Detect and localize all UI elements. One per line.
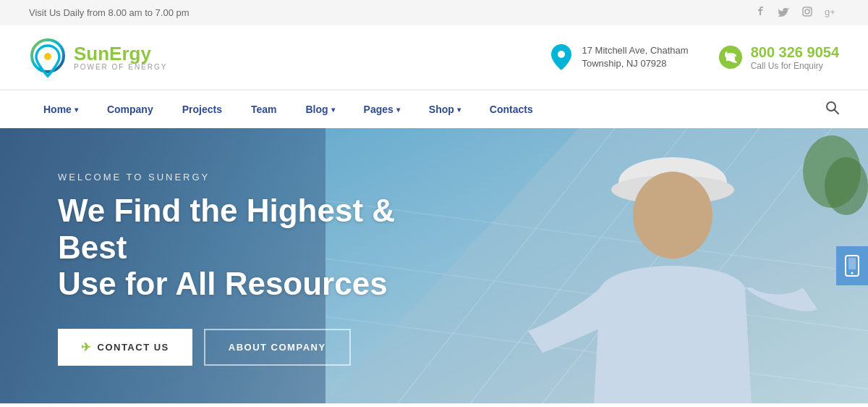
mobile-widget-icon: [843, 255, 861, 277]
location-icon: [551, 44, 571, 70]
nav-contacts-label: Contacts: [490, 104, 533, 115]
instagram-icon: [801, 6, 813, 17]
header-phone[interactable]: ☎ 800 326 9054 Call Us for Enquiry: [718, 43, 839, 71]
phone-number: 800 326 9054: [751, 43, 839, 61]
svg-point-22: [825, 157, 868, 215]
hero-section: WELCOME TO SUNERGY We Find the Highest &…: [0, 128, 868, 403]
nav-contacts[interactable]: Contacts: [475, 91, 548, 128]
nav-items: Home ▾ Company Projects Team Blog ▾ Page…: [29, 91, 548, 128]
svg-text:g+: g+: [825, 7, 835, 17]
nav-blog[interactable]: Blog ▾: [292, 91, 349, 128]
address-line2: Township, NJ 07928: [582, 57, 688, 70]
svg-text:☎: ☎: [724, 51, 737, 63]
nav-team-label: Team: [251, 104, 277, 115]
phone-icon-wrap: ☎: [718, 44, 744, 70]
svg-point-25: [633, 172, 712, 259]
address-icon-wrap: [548, 44, 574, 70]
nav-shop-arrow: ▾: [457, 106, 461, 114]
twitter-icon: [778, 6, 790, 17]
googleplus-link[interactable]: g+: [825, 6, 839, 20]
nav-shop[interactable]: Shop ▾: [414, 91, 475, 128]
logo-ergy: Ergy: [109, 43, 151, 64]
svg-rect-0: [803, 7, 812, 16]
logo-name: SunErgy: [74, 44, 167, 63]
top-bar: Visit Us Daily from 8.00 am to 7.00 pm g…: [0, 0, 868, 25]
nav-projects[interactable]: Projects: [168, 91, 237, 128]
contact-us-label: CONTACT US: [98, 342, 169, 353]
facebook-icon: [755, 6, 767, 17]
address-info: 17 Mitchell Ave, Chatham Township, NJ 07…: [582, 44, 688, 70]
logo-sun: Sun: [74, 43, 109, 64]
twitter-link[interactable]: [778, 6, 790, 20]
svg-point-28: [851, 272, 854, 274]
nav-pages-label: Pages: [364, 104, 393, 115]
hero-subtitle: WELCOME TO SUNERGY: [58, 172, 456, 182]
social-links: g+: [755, 6, 839, 20]
hero-title: We Find the Highest & BestUse for All Re…: [58, 193, 456, 303]
logo-icon: [29, 38, 67, 76]
nav-shop-label: Shop: [429, 104, 454, 115]
nav-team[interactable]: Team: [237, 91, 292, 128]
header: SunErgy POWER OF ENERGY 17 Mitchell Ave,…: [0, 25, 868, 90]
logo[interactable]: SunErgy POWER OF ENERGY: [29, 38, 167, 76]
header-address: 17 Mitchell Ave, Chatham Township, NJ 07…: [548, 44, 688, 70]
svg-line-11: [835, 109, 839, 114]
nav-company-label: Company: [107, 104, 153, 115]
nav-home[interactable]: Home ▾: [29, 91, 93, 128]
paper-plane-icon: ✈: [81, 340, 92, 354]
instagram-link[interactable]: [801, 6, 813, 20]
svg-point-2: [809, 9, 811, 10]
address-line1: 17 Mitchell Ave, Chatham: [582, 44, 688, 57]
hero-content: WELCOME TO SUNERGY We Find the Highest &…: [58, 172, 456, 366]
main-nav: Home ▾ Company Projects Team Blog ▾ Page…: [0, 90, 868, 128]
nav-blog-label: Blog: [306, 104, 328, 115]
nav-company[interactable]: Company: [93, 91, 168, 128]
facebook-link[interactable]: [755, 6, 767, 20]
svg-rect-27: [848, 258, 856, 269]
header-contact-group: 17 Mitchell Ave, Chatham Township, NJ 07…: [548, 43, 839, 71]
search-icon[interactable]: [826, 101, 839, 118]
nav-home-label: Home: [43, 104, 72, 115]
contact-us-button[interactable]: ✈ CONTACT US: [58, 329, 192, 366]
visit-text: Visit Us Daily from 8.00 am to 7.00 pm: [29, 7, 190, 18]
phone-info: 800 326 9054 Call Us for Enquiry: [751, 43, 839, 71]
logo-tagline: POWER OF ENERGY: [74, 63, 167, 71]
nav-projects-label: Projects: [182, 104, 222, 115]
svg-point-1: [805, 9, 809, 14]
nav-home-arrow: ▾: [75, 106, 78, 114]
svg-point-7: [558, 51, 565, 58]
nav-pages-arrow: ▾: [396, 106, 400, 114]
about-company-label: ABOUT COMPANY: [229, 342, 326, 353]
phone-label: Call Us for Enquiry: [751, 61, 839, 71]
googleplus-icon: g+: [825, 6, 839, 17]
phone-icon: ☎: [719, 46, 742, 69]
hero-buttons: ✈ CONTACT US ABOUT COMPANY: [58, 329, 456, 366]
about-company-button[interactable]: ABOUT COMPANY: [204, 329, 351, 366]
svg-point-6: [44, 53, 51, 60]
nav-blog-arrow: ▾: [331, 106, 335, 114]
logo-text: SunErgy POWER OF ENERGY: [74, 44, 167, 71]
nav-pages[interactable]: Pages ▾: [349, 91, 414, 128]
side-widget[interactable]: [836, 246, 868, 285]
